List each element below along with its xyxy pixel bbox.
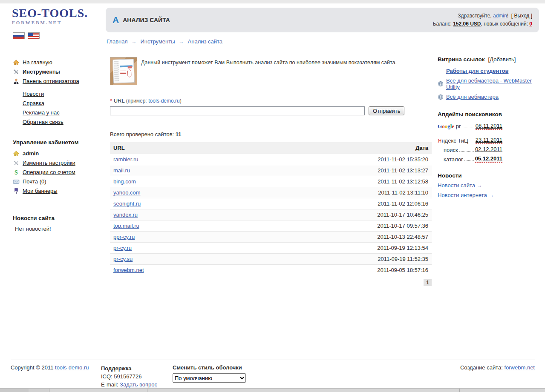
breadcrumb-arrow-icon: →: [179, 39, 184, 45]
table-row: pr-cy.su2011-09-19 11:52:35: [110, 254, 432, 265]
usa-flag-icon[interactable]: [28, 32, 40, 39]
update-row-yandex-search: поиск 02.12.2011: [438, 146, 502, 153]
balance-link[interactable]: 152.06 USD: [453, 21, 481, 27]
yandex-label: Яндекс ТиЦ: [438, 137, 468, 144]
site-link[interactable]: pr-cy.su: [113, 256, 133, 262]
svg-text:S: S: [14, 169, 18, 176]
yandex-tic-date[interactable]: 23.11.2011: [476, 137, 502, 144]
url-hint-suffix: ): [180, 98, 182, 104]
page-title: АНАЛИЗ САЙТА: [123, 17, 170, 23]
site-link[interactable]: bing.com: [113, 178, 136, 185]
bracket: ]: [514, 56, 516, 63]
messages-count-link[interactable]: 0: [529, 21, 532, 27]
site-link[interactable]: rambler.ru: [113, 156, 138, 163]
greeting-line: Здравствуйте, admin! [ Выход ]: [433, 12, 532, 20]
add-link[interactable]: Добавить: [490, 56, 514, 63]
header-bar: А АНАЛИЗ САЙТА Здравствуйте, admin! [ Вы…: [106, 8, 539, 32]
site-link[interactable]: mail.ru: [113, 167, 130, 174]
sidebar-item-home[interactable]: На главную: [13, 59, 101, 66]
email-label: E-mail:: [101, 381, 118, 388]
sidebar-item-optimizer-panel[interactable]: Панель оптимизатора: [13, 77, 101, 85]
update-row-yandex-tic: Яндекс ТиЦ 23.11.2011: [438, 137, 502, 144]
globe-icon: [438, 94, 444, 100]
status-divider: [147, 389, 147, 392]
sidebar-item-label: Инструменты: [23, 69, 60, 75]
tool-thumbnail-image: [110, 57, 137, 85]
date-cell: 2011-10-13 22:48:57: [236, 232, 432, 243]
url-form: Отправить: [110, 106, 432, 115]
submit-button[interactable]: Отправить: [369, 106, 404, 115]
dotted-leader: [462, 128, 474, 128]
tools-icon: [13, 69, 20, 75]
sidebar-item-mail[interactable]: Почта (0): [13, 178, 101, 185]
bracket: ]: [531, 13, 532, 19]
site-link[interactable]: ppr-cy.ru: [113, 234, 135, 240]
dotted-leader: [464, 160, 474, 161]
sidebar-item-tools[interactable]: Инструменты: [13, 68, 101, 75]
site-news-link[interactable]: Новости сайта →: [438, 182, 542, 189]
site-news-heading: Новости сайта: [13, 215, 101, 221]
site-link[interactable]: pr-cy.ru: [113, 245, 132, 251]
date-cell: 2011-11-02 13:12:58: [236, 176, 432, 187]
showcase-link-item[interactable]: Всё для вебмастера: [438, 94, 542, 100]
url-input[interactable]: [110, 106, 365, 115]
support-heading: Поддержка: [101, 364, 157, 372]
site-link[interactable]: forwebm.net: [113, 267, 144, 273]
ask-question-link[interactable]: Задать вопрос: [120, 381, 157, 388]
sidebar-item-label: Изменить настройки: [23, 160, 75, 166]
site-link[interactable]: top.mail.ru: [113, 223, 139, 229]
russia-flag-icon[interactable]: [13, 32, 25, 39]
sidebar-item-label: Панель оптимизатора: [23, 78, 79, 84]
column-header-url: URL: [110, 142, 236, 154]
home-icon: [13, 59, 20, 66]
logo-subtitle: FORWEBM.NET: [12, 20, 88, 25]
logo-title: SEO-TOOLS.: [12, 7, 88, 19]
showcase-heading-row: Витрина ссылок [Добавить]: [438, 56, 542, 63]
site-logo[interactable]: SEO-TOOLS. FORWEBM.NET: [12, 7, 88, 25]
sidebar-item-label: На главную: [23, 59, 52, 66]
style-select[interactable]: По умолчанию: [173, 373, 246, 383]
sidebar-item-help[interactable]: Справка: [23, 100, 44, 106]
site-news-empty: Нет новостей!: [15, 226, 101, 232]
status-divider: [459, 389, 460, 392]
site-link[interactable]: yandex.ru: [113, 212, 138, 218]
table-row: ppr-cy.ru2011-10-13 22:48:57: [110, 232, 432, 243]
sidebar-subnav: Новости Справка Реклама у нас Обратная с…: [23, 91, 101, 128]
username-link[interactable]: admin: [493, 13, 507, 19]
status-segment: [0, 389, 29, 392]
copyright-link[interactable]: tools-demo.ru: [55, 364, 89, 371]
sidebar-item-news[interactable]: Новости: [23, 91, 44, 97]
sidebar-item-admin[interactable]: admin: [13, 150, 101, 157]
dollar-icon: S: [13, 169, 20, 176]
yandex-search-date[interactable]: 02.12.2011: [475, 146, 502, 153]
sidebar-item-account-operations[interactable]: S Операции со счетом: [13, 169, 101, 176]
google-pr-date[interactable]: 08.11.2011: [476, 123, 502, 130]
main-content: Данный инструмент поможет Вам Выполнить …: [110, 57, 432, 286]
icq-line: ICQ: 591567726: [101, 372, 157, 381]
greeting-prefix: Здравствуйте,: [458, 13, 492, 19]
credit-link[interactable]: forwebm.net: [504, 364, 535, 371]
style-switcher: Сменить стиль оболочки По умолчанию: [173, 364, 246, 383]
google-label: Google pr: [438, 123, 461, 130]
site-link[interactable]: yahoo.com: [113, 189, 141, 196]
logout-link[interactable]: Выход: [514, 13, 529, 19]
example-url-link[interactable]: tools-demo.ru: [148, 98, 179, 104]
internet-news-link[interactable]: Новости интернета →: [438, 192, 542, 198]
news-heading: Новости: [438, 172, 542, 179]
page-number[interactable]: 1: [424, 279, 432, 286]
cabinet-heading: Управление кабинетом: [13, 139, 101, 146]
site-link[interactable]: seonight.ru: [113, 200, 141, 207]
sidebar-item-settings[interactable]: Изменить настройки: [13, 159, 101, 166]
sidebar-item-feedback[interactable]: Обратная связь: [23, 119, 63, 125]
breadcrumb-home[interactable]: Главная: [107, 38, 127, 45]
sidebar-item-banners[interactable]: Мои баннеры: [13, 187, 101, 195]
featured-showcase-link[interactable]: Работы для студентов: [446, 68, 542, 74]
table-row: yahoo.com2011-11-02 13:11:10: [110, 187, 432, 198]
showcase-link-item[interactable]: Всё для вебмастера - WebMaster Utility: [438, 77, 542, 90]
search-label: поиск: [444, 147, 458, 153]
breadcrumb-current[interactable]: Анализ сайта: [188, 38, 223, 45]
yandex-catalog-date[interactable]: 05.12.2011: [475, 155, 502, 163]
breadcrumb-tools[interactable]: Инструменты: [140, 38, 175, 45]
sidebar-item-advertising[interactable]: Реклама у нас: [23, 109, 60, 116]
left-sidebar: На главную Инструменты Панель оптимизато…: [13, 59, 101, 232]
